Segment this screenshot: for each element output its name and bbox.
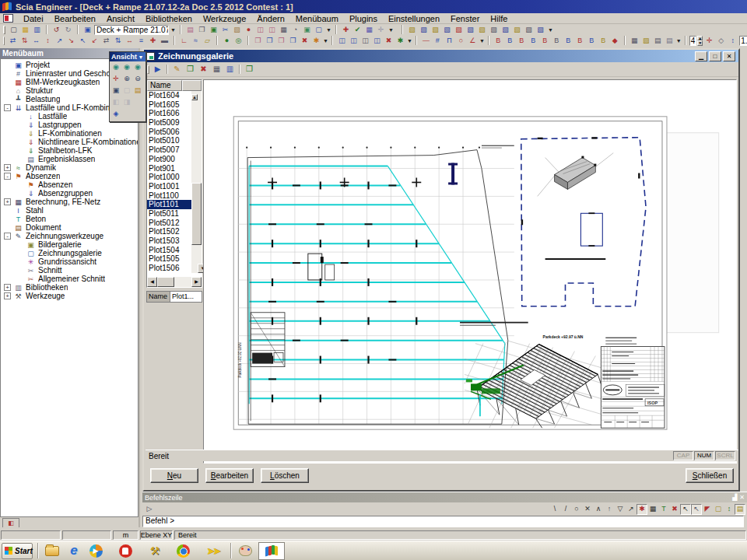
beam-tool-icon-9[interactable]: B (586, 36, 598, 46)
tree-item[interactable]: ✳ Grundrissansicht (1, 257, 138, 266)
grid-step-spinner[interactable]: ▲▼ (697, 36, 703, 46)
tree-expander-icon[interactable] (16, 121, 23, 128)
arrows-icon[interactable]: ➤➤ (204, 542, 221, 559)
tree-item[interactable]: ✂ Allgemeiner Schnitt (1, 275, 138, 283)
property-value-cell[interactable]: Plot1... (170, 292, 202, 302)
tree-expander-icon[interactable]: - (4, 173, 11, 180)
tree-item[interactable]: ▤ Dokument (1, 223, 138, 232)
tree-item[interactable]: ⇓ LF-Kombinationen (1, 129, 138, 138)
snap-orthogonal-icon[interactable]: T (658, 504, 669, 515)
stretch-icon[interactable]: ↙ (89, 36, 100, 46)
snap-off-icon[interactable]: ✖ (669, 504, 680, 515)
explorer-icon[interactable] (44, 542, 61, 559)
viewport-icon-4[interactable]: ◫ (371, 36, 383, 46)
circle-icon[interactable]: ○ (455, 36, 467, 46)
tree-expander-icon[interactable] (4, 224, 11, 231)
save-view-icon[interactable]: ▤ (132, 86, 143, 96)
insert-plot-icon[interactable]: ▶ (151, 63, 164, 75)
viewport-icon-2[interactable]: ◫ (348, 36, 359, 46)
pointer-mode-icon[interactable]: ▷ (144, 504, 155, 515)
plot-list-item[interactable]: Plot1101 (147, 200, 191, 209)
tree-expander-icon[interactable] (16, 190, 23, 197)
render-icon[interactable]: ▦ (629, 36, 640, 46)
tree-expander-icon[interactable]: - (4, 104, 11, 111)
tree-item[interactable]: + ▥ Bibliotheken (1, 283, 138, 292)
viewport-icon-1[interactable]: ◫ (336, 36, 348, 46)
move-entity-icon[interactable]: ↔ (30, 36, 42, 46)
tree-expander-icon[interactable] (4, 61, 11, 68)
tree-item[interactable]: - ✎ Zeichnungswerkzeuge (1, 232, 138, 240)
refresh-view-icon[interactable]: ✱ (395, 36, 406, 46)
toolbar-overflow-icon[interactable]: ▼ (479, 36, 485, 46)
tree-item[interactable]: ▣ Bildergalerie (1, 240, 138, 249)
start-button[interactable]: Start (2, 543, 33, 559)
window-new-icon[interactable]: ◫ (266, 25, 278, 35)
zoom-window-icon[interactable]: ▣ (110, 86, 121, 96)
plot-list-item[interactable]: Plot1001 (147, 182, 191, 191)
export-doc-icon[interactable]: ▨ (640, 36, 652, 46)
plot-list-item[interactable]: Plot901 (147, 164, 191, 173)
tree-expander-icon[interactable] (16, 130, 23, 137)
cursor-pick-icon[interactable]: ↖ (691, 504, 702, 515)
menu-item[interactable]: Ansicht (101, 13, 140, 24)
toolbar-overflow-icon[interactable]: ▼ (547, 25, 554, 35)
toolbar-overflow-icon[interactable]: ▼ (323, 36, 328, 46)
open-folder-icon[interactable]: ▦ (19, 25, 31, 35)
mirror-icon[interactable]: ↘ (65, 36, 77, 46)
panel-close-icon[interactable]: ✕ (739, 494, 745, 501)
snap-intersection-icon[interactable]: ✕ (582, 504, 593, 515)
multicopy-icon-6[interactable]: ✱ (310, 36, 322, 46)
undo-icon[interactable]: ↺ (51, 25, 62, 35)
polyline-icon[interactable]: ∟ (178, 36, 190, 46)
menu-item[interactable]: Plugins (344, 13, 383, 24)
plot-list-item[interactable]: Plot5009 (147, 118, 191, 128)
tree-expander-icon[interactable] (16, 156, 23, 163)
snap-midpoint-icon[interactable]: / (560, 504, 571, 515)
points-icon[interactable]: ◎ (233, 36, 244, 46)
beam-tool-icon-6[interactable]: B (551, 36, 563, 46)
new-document-icon[interactable]: ▢ (8, 25, 19, 35)
plot-list-item[interactable]: Plot900 (147, 155, 191, 164)
drawing-canvas[interactable]: Parkdeck +92.92 ü.NN (203, 79, 737, 464)
coordinate-axes-icon[interactable]: ✛ (110, 74, 121, 84)
hand-icon[interactable] (117, 542, 134, 559)
snap-node-icon[interactable]: ↑ (604, 504, 615, 515)
copy-entity-icon[interactable]: ↕ (42, 36, 54, 46)
multicopy-icon-1[interactable]: ❐ (252, 36, 264, 46)
viewport-icon-3[interactable]: ◫ (359, 36, 371, 46)
toolbar-overflow-icon[interactable]: ▼ (170, 25, 177, 35)
status-plane-cell[interactable]: Ebene XY (140, 530, 173, 540)
tree-expander-icon[interactable] (16, 267, 23, 274)
child-window-icon[interactable] (3, 14, 13, 23)
join-icon[interactable]: ▬ (159, 36, 170, 46)
document-icon[interactable]: ▢ (313, 25, 324, 35)
plot-list-item[interactable]: Plot5011 (147, 209, 191, 219)
zoom-in-icon[interactable]: ⊕ (121, 74, 132, 84)
frame-icon[interactable]: Π (444, 36, 455, 46)
view-direction-z-icon[interactable]: ◉ (132, 62, 143, 72)
tree-expander-icon[interactable] (16, 147, 23, 154)
tree-item[interactable]: ▢ Zeichnungsgalerie (1, 249, 138, 257)
maximize-button[interactable]: □ (709, 51, 721, 61)
tree-item[interactable]: ✂ Schnitt (1, 266, 138, 275)
tree-expander-icon[interactable] (16, 275, 23, 282)
multicopy-icon-2[interactable]: ❐ (264, 36, 275, 46)
scroll-left-icon[interactable]: ◀ (147, 277, 157, 287)
toolbar-overflow-icon[interactable]: ▼ (325, 25, 332, 35)
toolbar-overflow-icon[interactable]: ▼ (676, 36, 682, 46)
tree-expander-icon[interactable] (16, 138, 23, 145)
copy-icon[interactable]: ❐ (196, 25, 208, 35)
view-direction-x-icon[interactable]: ◉ (110, 62, 121, 72)
palette-dropdown-icon[interactable]: ▼ (138, 52, 144, 62)
save-icon[interactable]: ▥ (31, 25, 43, 35)
tree-expander-icon[interactable]: + (4, 164, 11, 171)
image-icon[interactable]: ▣ (301, 25, 313, 35)
print-preview-icon[interactable]: ◔ (289, 25, 301, 35)
scale-field[interactable]: 1.50.. (739, 36, 747, 46)
layer-icon-6[interactable]: ▧ (465, 25, 476, 35)
copy-plot-icon[interactable]: ❐ (184, 63, 197, 75)
tree-expander-icon[interactable]: - (4, 233, 11, 240)
rotate-icon[interactable]: ↗ (54, 36, 65, 46)
close-view-icon[interactable]: ✖ (383, 36, 395, 46)
beam-tool-icon-1[interactable]: B (493, 36, 504, 46)
